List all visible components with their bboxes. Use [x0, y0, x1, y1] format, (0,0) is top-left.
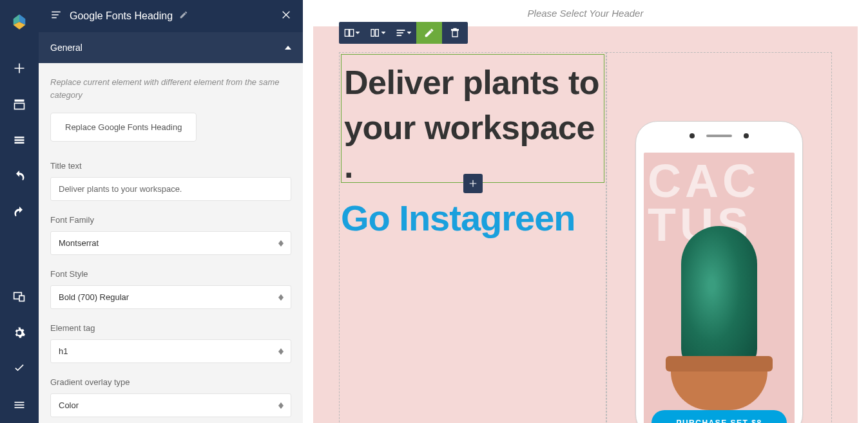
subheading-text[interactable]: Go Instagreen [341, 196, 604, 241]
responsive-icon[interactable] [0, 279, 39, 315]
svg-marker-36 [407, 32, 411, 34]
content-column[interactable]: Deliver plants to your workspace. Go Ins… [339, 52, 606, 423]
title-text-input[interactable] [50, 177, 291, 201]
svg-rect-10 [15, 402, 24, 403]
svg-rect-5 [15, 136, 24, 138]
phone-notch [690, 133, 749, 138]
field-label: Font Style [50, 269, 291, 279]
editor-canvas: Please Select Your Header Deliver plants… [303, 0, 868, 423]
font-style-select[interactable] [50, 285, 291, 309]
svg-rect-31 [376, 30, 379, 37]
phone-mockup: CACTUS PURCHASE SET $8 [635, 121, 803, 423]
edit-title-icon[interactable] [179, 10, 188, 22]
svg-rect-3 [15, 100, 24, 102]
svg-rect-15 [52, 17, 57, 19]
svg-rect-13 [52, 12, 61, 13]
app-logo [10, 13, 28, 31]
image-column[interactable]: CACTUS PURCHASE SET $8 [606, 52, 832, 423]
field-element-tag: Element tag [50, 323, 291, 363]
svg-rect-33 [397, 30, 405, 30]
save-icon[interactable] [0, 351, 39, 387]
selected-heading-element[interactable]: Deliver plants to your workspace. [341, 54, 604, 183]
phone-screen: CACTUS PURCHASE SET $8 [644, 153, 795, 423]
field-font-family: Font Family [50, 215, 291, 255]
svg-rect-6 [15, 139, 24, 141]
element-type-icon[interactable] [391, 22, 416, 44]
svg-rect-28 [350, 30, 354, 37]
panel-header: Google Fonts Heading [39, 0, 303, 32]
field-label: Gradient overlay type [50, 377, 291, 387]
panel-title: Google Fonts Heading [70, 10, 173, 22]
field-title-text: Title text [50, 161, 291, 201]
settings-icon[interactable] [0, 315, 39, 351]
heading-text: Deliver plants to your workspace. [344, 60, 601, 177]
svg-marker-32 [381, 32, 385, 34]
cactus-illustration [664, 217, 774, 410]
menu-icon[interactable] [0, 387, 39, 423]
tree-view-icon[interactable] [0, 122, 39, 158]
field-gradient-overlay: Gradient overlay type [50, 377, 291, 417]
svg-rect-7 [15, 142, 24, 144]
templates-icon[interactable] [0, 86, 39, 122]
add-element-icon[interactable] [0, 50, 39, 86]
svg-marker-29 [356, 32, 360, 34]
field-font-style: Font Style [50, 269, 291, 309]
chevron-up-icon [285, 42, 291, 53]
delete-element-icon[interactable] [442, 22, 468, 44]
heading-icon [50, 9, 62, 23]
svg-rect-27 [345, 30, 349, 37]
svg-rect-30 [371, 30, 374, 37]
hero-row: Deliver plants to your workspace. Go Ins… [313, 26, 858, 423]
svg-rect-4 [15, 103, 24, 109]
app-left-rail [0, 0, 39, 423]
svg-rect-35 [397, 35, 401, 35]
font-family-select[interactable] [50, 231, 291, 255]
column-controls-icon[interactable] [365, 22, 391, 44]
close-panel-icon[interactable] [281, 10, 291, 23]
element-tag-select[interactable] [50, 339, 291, 363]
edit-element-icon[interactable] [416, 22, 442, 44]
row-controls-icon[interactable] [339, 22, 365, 44]
redo-icon[interactable] [0, 194, 39, 230]
field-label: Element tag [50, 323, 291, 333]
field-label: Title text [50, 161, 291, 171]
field-label: Font Family [50, 215, 291, 225]
settings-panel: Google Fonts Heading General Replace cur… [39, 0, 303, 423]
undo-icon[interactable] [0, 158, 39, 194]
svg-rect-12 [15, 407, 24, 408]
svg-rect-34 [397, 32, 403, 33]
gradient-overlay-select[interactable] [50, 393, 291, 417]
panel-body: Replace current element with different e… [39, 63, 303, 423]
helper-text: Replace current element with different e… [50, 76, 291, 101]
element-toolbar [339, 22, 468, 44]
section-label: General [50, 42, 82, 53]
svg-rect-14 [52, 14, 59, 15]
replace-element-button[interactable]: Replace Google Fonts Heading [50, 113, 197, 142]
purchase-button: PURCHASE SET $8 [651, 410, 787, 423]
section-general[interactable]: General [39, 32, 303, 63]
add-below-icon[interactable] [463, 174, 483, 193]
svg-rect-11 [15, 404, 24, 406]
svg-rect-9 [19, 296, 24, 301]
svg-marker-18 [285, 46, 291, 50]
